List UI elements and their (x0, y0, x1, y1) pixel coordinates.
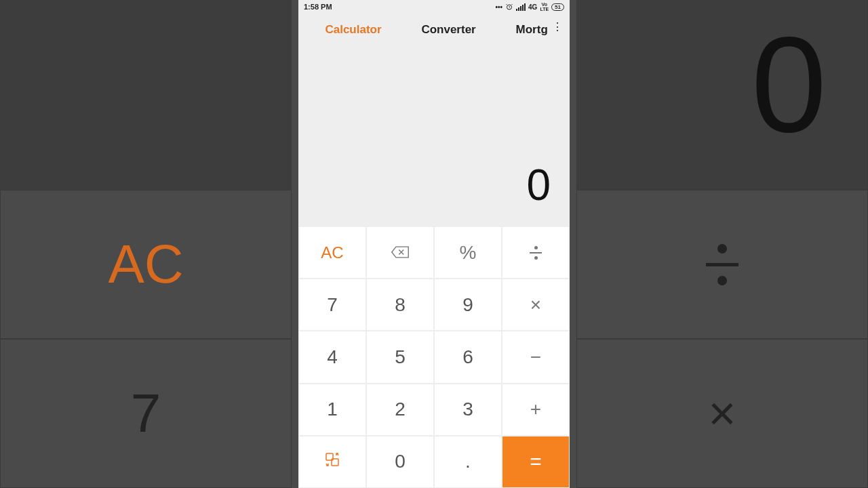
calculator-display: 0 (298, 46, 570, 226)
key-8[interactable]: 8 (366, 279, 434, 331)
backspace-icon (391, 242, 410, 264)
key-multiply[interactable]: × (502, 279, 570, 331)
key-backspace[interactable] (366, 226, 434, 279)
bg-key-divide (576, 190, 868, 339)
key-minus[interactable]: − (502, 331, 570, 383)
key-7[interactable]: 7 (298, 279, 366, 331)
tab-calculator[interactable]: Calculator (321, 23, 385, 37)
keypad: AC % 7 8 9 × 4 5 6 − 1 2 3 + 0 . = (298, 226, 570, 488)
svg-rect-3 (520, 6, 521, 11)
bg-display-zero: 0 (576, 0, 868, 190)
divide-icon (706, 244, 738, 285)
key-divide[interactable] (502, 226, 570, 279)
svg-rect-1 (516, 9, 517, 11)
key-9[interactable]: 9 (434, 279, 502, 331)
status-bar: 1:58 PM ••• 4G VoLTE 51 (298, 0, 570, 14)
status-time: 1:58 PM (304, 3, 332, 11)
key-3[interactable]: 3 (434, 384, 502, 436)
key-percent[interactable]: % (434, 226, 502, 279)
key-plus[interactable]: + (502, 384, 570, 436)
menu-icon[interactable]: ⋮ (552, 20, 563, 33)
phone-screen: 1:58 PM ••• 4G VoLTE 51 Calculator Conve… (298, 0, 570, 488)
key-2[interactable]: 2 (366, 384, 434, 436)
volte-label: VoLTE (540, 2, 549, 12)
tab-mortgage[interactable]: Mortgage (512, 23, 547, 37)
key-equals[interactable]: = (502, 436, 570, 488)
display-value: 0 (526, 160, 551, 210)
battery-indicator: 51 (551, 3, 564, 11)
bg-upper-left (0, 0, 292, 190)
alarm-icon (505, 3, 513, 11)
key-ac[interactable]: AC (298, 226, 366, 279)
svg-rect-5 (524, 3, 526, 11)
svg-rect-2 (518, 7, 519, 11)
mode-tabs: Calculator Converter Mortgage (298, 14, 570, 46)
key-decimal[interactable]: . (434, 436, 502, 488)
tab-converter[interactable]: Converter (417, 23, 479, 37)
bg-key-ac: AC (0, 190, 292, 339)
key-switch[interactable] (298, 436, 366, 488)
switch-icon (324, 451, 340, 472)
divide-icon (530, 246, 542, 260)
signal-icon (516, 3, 526, 11)
network-label: 4G (528, 3, 537, 11)
key-4[interactable]: 4 (298, 331, 366, 383)
key-6[interactable]: 6 (434, 331, 502, 383)
key-1[interactable]: 1 (298, 384, 366, 436)
bg-key-7: 7 (0, 339, 292, 488)
svg-rect-4 (522, 5, 524, 11)
key-5[interactable]: 5 (366, 331, 434, 383)
more-icon: ••• (496, 3, 503, 11)
bg-key-multiply: × (576, 339, 868, 488)
key-0[interactable]: 0 (366, 436, 434, 488)
